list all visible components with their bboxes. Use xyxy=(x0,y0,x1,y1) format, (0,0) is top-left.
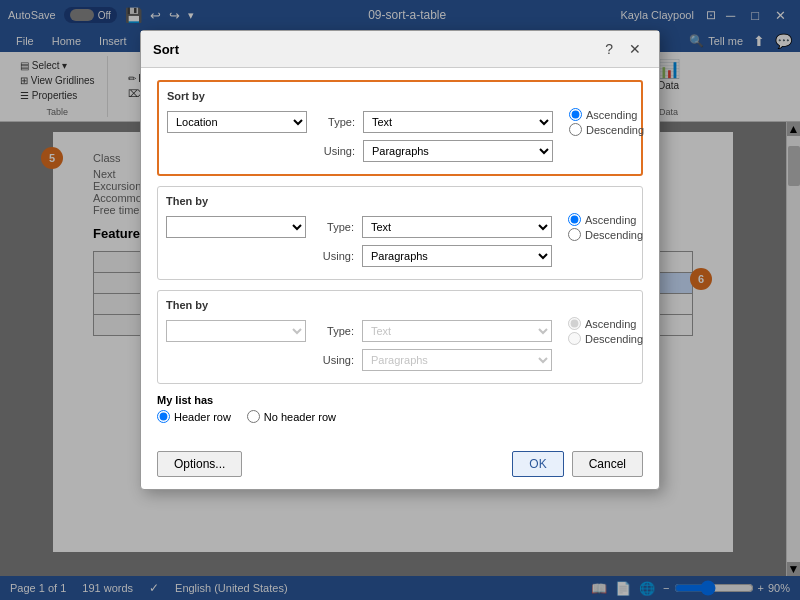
my-list-row: Header row No header row xyxy=(157,410,643,423)
sort-type-select3[interactable]: Text xyxy=(362,320,552,342)
dialog-close-button[interactable]: ✕ xyxy=(623,39,647,59)
sort-by-section: Sort by Location Name Type: Text Number … xyxy=(157,80,643,176)
footer-right: OK Cancel xyxy=(512,451,643,477)
using-label3: Using: xyxy=(314,354,354,366)
then-by-section1: Then by Type: Text Ascending xyxy=(157,186,643,280)
header-row-radio[interactable]: Header row xyxy=(157,410,231,423)
modal-overlay: Sort ? ✕ Sort by Location Name Type: Tex… xyxy=(0,0,800,600)
ascending-radio3[interactable]: Ascending xyxy=(568,317,608,330)
dialog-help-button[interactable]: ? xyxy=(599,39,619,59)
then-by-section2: Then by Type: Text Ascending xyxy=(157,290,643,384)
ascending-radio2[interactable]: Ascending xyxy=(568,213,608,226)
sort-by-row2: Using: Paragraphs xyxy=(167,140,633,162)
descending-radio3[interactable]: Descending xyxy=(568,332,608,345)
sort-order-group3: Ascending Descending xyxy=(568,317,608,345)
cancel-button[interactable]: Cancel xyxy=(572,451,643,477)
then-by-select1[interactable] xyxy=(166,216,306,238)
dialog-controls: ? ✕ xyxy=(599,39,647,59)
sort-order-group1: Ascending Descending xyxy=(569,108,609,136)
dialog-title: Sort xyxy=(153,42,179,57)
sort-using-select2[interactable]: Paragraphs xyxy=(362,245,552,267)
ok-button[interactable]: OK xyxy=(512,451,563,477)
then-by-label1: Then by xyxy=(166,195,634,207)
options-button[interactable]: Options... xyxy=(157,451,242,477)
sort-using-select3[interactable]: Paragraphs xyxy=(362,349,552,371)
then-by-select2[interactable] xyxy=(166,320,306,342)
type-label2: Type: xyxy=(314,221,354,233)
sort-by-select[interactable]: Location Name xyxy=(167,111,307,133)
sort-using-select1[interactable]: Paragraphs xyxy=(363,140,553,162)
ascending-radio1[interactable]: Ascending xyxy=(569,108,609,121)
dialog-footer: Options... OK Cancel xyxy=(141,443,659,489)
then-by2-row2: Using: Paragraphs xyxy=(166,349,634,371)
no-header-row-radio[interactable]: No header row xyxy=(247,410,336,423)
using-label2: Using: xyxy=(314,250,354,262)
then-by-row1: Type: Text Ascending Descending xyxy=(166,213,634,241)
dialog-titlebar: Sort ? ✕ xyxy=(141,31,659,68)
my-list-label: My list has xyxy=(157,394,643,406)
my-list-has: My list has Header row No header row xyxy=(157,394,643,423)
dialog-body: Sort by Location Name Type: Text Number … xyxy=(141,68,659,443)
using-label1: Using: xyxy=(315,145,355,157)
sort-type-select1[interactable]: Text Number Date xyxy=(363,111,553,133)
sort-order-group2: Ascending Descending xyxy=(568,213,608,241)
then-by2-row1: Type: Text Ascending Descending xyxy=(166,317,634,345)
descending-radio2[interactable]: Descending xyxy=(568,228,608,241)
type-label1: Type: xyxy=(315,116,355,128)
then-by-row2: Using: Paragraphs xyxy=(166,245,634,267)
sort-dialog: Sort ? ✕ Sort by Location Name Type: Tex… xyxy=(140,30,660,490)
descending-radio1[interactable]: Descending xyxy=(569,123,609,136)
sort-by-row1: Location Name Type: Text Number Date Asc… xyxy=(167,108,633,136)
sort-type-select2[interactable]: Text xyxy=(362,216,552,238)
sort-by-label: Sort by xyxy=(167,90,633,102)
type-label3: Type: xyxy=(314,325,354,337)
then-by-label2: Then by xyxy=(166,299,634,311)
